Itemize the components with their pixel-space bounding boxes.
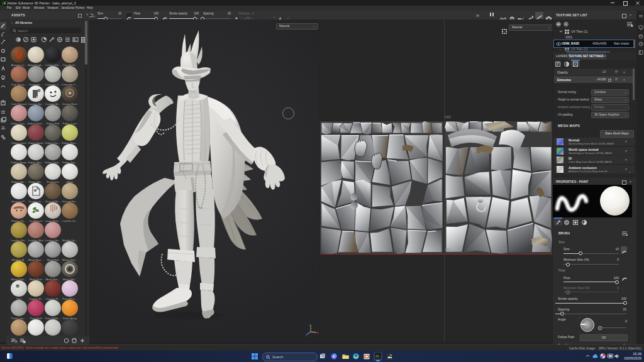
svg-text:Pt: Pt [375, 354, 379, 358]
svg-text:X: X [317, 331, 319, 334]
svg-text:Y: Y [309, 324, 311, 327]
